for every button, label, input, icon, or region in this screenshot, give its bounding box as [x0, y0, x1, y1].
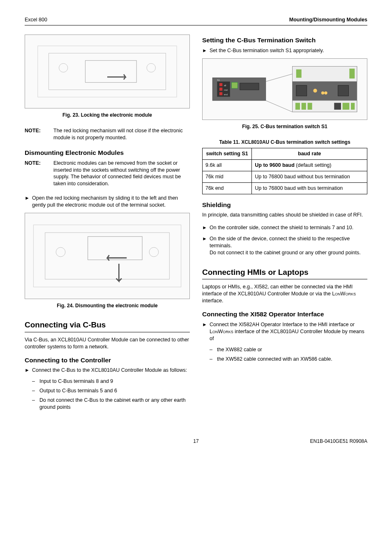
table-row: 76k end Up to 76800 baud with bus termin… — [203, 182, 367, 194]
dash-bullet-icon: – — [32, 387, 39, 394]
substep-text: the XW582 cable connected with an XW586 … — [217, 356, 367, 363]
connect-sub-output: – Output to C-Bus terminals 5 and 6 — [32, 387, 190, 394]
dismounting-heading: Dismounting Electronic Modules — [25, 149, 190, 157]
xi582-step-a: Connect the XI582AH Operator Interface t… — [210, 322, 355, 327]
triangle-bullet-icon: ► — [202, 235, 210, 256]
svg-rect-2 — [85, 60, 137, 82]
svg-point-4 — [147, 63, 155, 72]
shield-step-controller: ► On the controller side, connect the sh… — [202, 224, 367, 231]
document-id: EN1B-0410GE51 R0908A — [253, 438, 367, 444]
step-text: On the side of the device, connect the s… — [210, 235, 367, 256]
figure-23-caption: Fig. 23. Locking the electronic module — [25, 112, 190, 118]
svg-rect-0 — [38, 46, 177, 97]
note-lock-warning: NOTE: The red locking mechanism will not… — [25, 127, 190, 141]
table-header-row: switch setting S1 baud rate — [203, 148, 367, 160]
svg-rect-26 — [349, 69, 355, 78]
svg-rect-19 — [232, 82, 238, 88]
table-header-switch: switch setting S1 — [203, 148, 252, 160]
svg-line-21 — [266, 74, 293, 82]
svg-point-31 — [324, 91, 327, 94]
dash-bullet-icon: – — [32, 378, 39, 385]
xi582-sub-xw582: – the XW582 cable connected with an XW58… — [210, 356, 367, 363]
figure-24-image — [25, 213, 190, 299]
note-label: NOTE: — [25, 127, 53, 141]
note-body: Electronic modules can be removed from t… — [53, 160, 190, 188]
dash-bullet-icon: – — [32, 397, 39, 411]
hmi-intro: Laptops or HMIs, e.g., XI582, can either… — [202, 283, 367, 304]
step-text: Open the red locking mechanism by slidin… — [32, 195, 190, 209]
table-11-caption: Table 11. XCL8010AU C-Bus termination sw… — [202, 139, 367, 145]
svg-rect-5 — [33, 225, 181, 287]
substep-text: Output to C-Bus terminals 5 and 6 — [39, 387, 190, 394]
substep-text: the XW882 cable or — [217, 346, 367, 353]
svg-rect-20 — [240, 83, 259, 90]
svg-rect-25 — [296, 69, 302, 78]
step-text: On the controller side, connect the shie… — [210, 224, 367, 231]
figure-23-image — [25, 35, 190, 108]
triangle-bullet-icon: ► — [25, 367, 32, 374]
set-termination-heading: Setting the C-Bus Termination Switch — [202, 36, 367, 45]
svg-rect-36 — [308, 103, 312, 110]
page-number: 17 — [139, 438, 253, 444]
svg-line-22 — [266, 100, 293, 112]
connecting-controller-heading: Connecting to the Controller — [25, 356, 190, 365]
table-cell-baud: Up to 76800 baud without bus termination — [252, 171, 367, 182]
step-text: Connect the XI582AH Operator Interface t… — [210, 321, 367, 342]
svg-rect-13 — [219, 88, 222, 90]
header-right: Mounting/Dismounting Modules — [289, 16, 367, 23]
termination-switch-illustration-icon: all mid end S1 — [203, 59, 367, 120]
shielding-intro: In principle, data transmitting cables s… — [202, 212, 367, 219]
svg-text:mid: mid — [224, 88, 228, 91]
note-label: NOTE: — [25, 160, 53, 188]
svg-rect-11 — [217, 81, 230, 97]
step-text: Set the C-Bus termination switch S1 appr… — [210, 47, 367, 54]
dash-bullet-icon: – — [210, 356, 217, 363]
substep-text: Input to C-Bus terminals 8 and 9 — [39, 378, 190, 385]
svg-rect-24 — [293, 66, 357, 81]
svg-rect-37 — [334, 103, 341, 110]
note-hot-swap: NOTE: Electronic modules can be removed … — [25, 160, 190, 188]
shield-step-device: ► On the side of the device, connect the… — [202, 235, 367, 256]
svg-point-9 — [149, 247, 159, 257]
table-cell-bold: Up to 9600 baud — [255, 162, 295, 168]
table-cell-switch: 76k mid — [203, 171, 252, 182]
figure-25-caption: Fig. 25. C-Bus termination switch S1 — [202, 123, 367, 130]
step-text-line1: On the side of the device, connect the s… — [210, 236, 350, 249]
left-column: Fig. 23. Locking the electronic module N… — [25, 35, 190, 413]
right-column: Setting the C-Bus Termination Switch ► S… — [202, 35, 367, 413]
triangle-bullet-icon: ► — [202, 321, 210, 342]
table-cell-switch: 9.6k all — [203, 159, 252, 171]
svg-rect-12 — [219, 83, 222, 86]
connect-controller-step: ► Connect the C-Bus to the XCL8010AU Con… — [25, 367, 190, 374]
figure-25-image: all mid end S1 — [202, 58, 367, 120]
termination-settings-table: switch setting S1 baud rate 9.6k all Up … — [202, 148, 367, 194]
cbus-intro: Via C-Bus, an XCL8010AU Controller Modul… — [25, 336, 190, 350]
dash-bullet-icon: – — [210, 346, 217, 353]
xi582-step: ► Connect the XI582AH Operator Interface… — [202, 321, 367, 342]
content-columns: Fig. 23. Locking the electronic module N… — [25, 35, 367, 413]
footer-left-spacer — [25, 438, 139, 444]
lonworks-text: LonWorks — [332, 291, 356, 297]
triangle-bullet-icon: ► — [202, 224, 210, 231]
svg-rect-35 — [302, 103, 306, 110]
set-termination-step: ► Set the C-Bus termination switch S1 ap… — [202, 47, 367, 54]
figure-24-caption: Fig. 24. Dismounting the electronic modu… — [25, 302, 190, 309]
step-text-line2: Do not connect it to the cabinet ground … — [210, 250, 361, 256]
svg-rect-1 — [49, 53, 166, 90]
triangle-bullet-icon: ► — [202, 47, 210, 54]
xi582-heading: Connecting the XI582 Operator Interface — [202, 310, 367, 319]
module-dismount-illustration-icon — [25, 213, 189, 299]
connecting-hmis-heading: Connecting HMIs or Laptops — [202, 267, 367, 280]
hmi-intro-a: Laptops or HMIs, e.g., XI582, can either… — [202, 284, 353, 297]
shielding-heading: Shielding — [202, 201, 367, 210]
connecting-cbus-heading: Connecting via C-Bus — [25, 320, 190, 332]
note-body: The red locking mechanism will not close… — [53, 127, 190, 141]
svg-point-3 — [59, 63, 68, 72]
svg-text:all: all — [224, 84, 226, 86]
svg-rect-7 — [88, 237, 142, 260]
svg-rect-39 — [351, 103, 355, 110]
xi582-sub-xw882: – the XW882 cable or — [210, 346, 367, 353]
table-row: 76k mid Up to 76800 baud without bus ter… — [203, 171, 367, 182]
table-cell-baud: Up to 76800 baud with bus termination — [252, 182, 367, 194]
dismount-step: ► Open the red locking mechanism by slid… — [25, 195, 190, 209]
